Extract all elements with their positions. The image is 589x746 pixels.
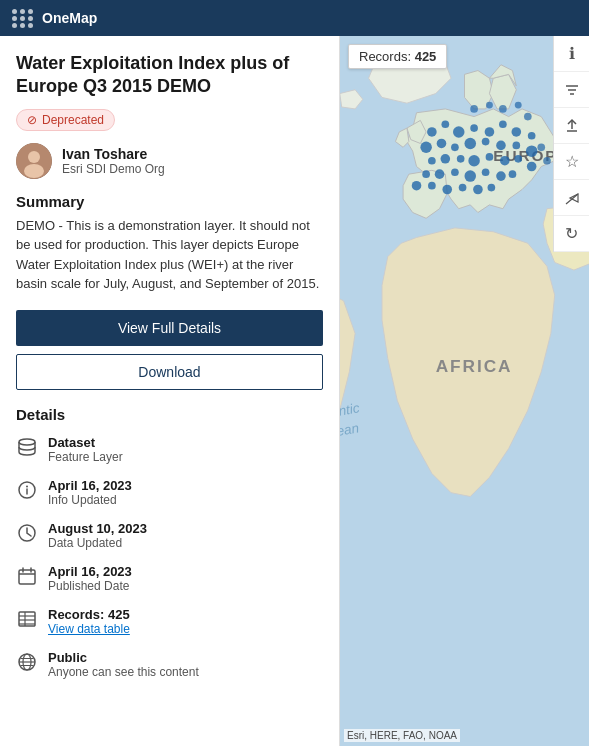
- detail-value-published: Published Date: [48, 579, 132, 593]
- filter-toolbar-button[interactable]: [554, 72, 590, 108]
- info-toolbar-button[interactable]: ℹ: [554, 36, 590, 72]
- author-row: Ivan Toshare Esri SDI Demo Org: [16, 143, 323, 179]
- svg-point-76: [537, 143, 545, 151]
- detail-label-dataset: Dataset: [48, 435, 123, 450]
- detail-row-data-updated: August 10, 2023 Data Updated: [16, 521, 323, 550]
- detail-value-dataset: Feature Layer: [48, 450, 123, 464]
- svg-point-40: [512, 127, 522, 137]
- svg-point-74: [515, 102, 522, 109]
- detail-label-info-date: April 16, 2023: [48, 478, 132, 493]
- svg-point-52: [457, 155, 465, 163]
- detail-row-dataset: Dataset Feature Layer: [16, 435, 323, 464]
- table-icon: [16, 608, 38, 630]
- details-heading: Details: [16, 406, 323, 423]
- star-toolbar-button[interactable]: ☆: [554, 144, 590, 180]
- svg-point-69: [473, 185, 483, 195]
- records-badge: Records: 425: [348, 44, 447, 69]
- author-org: Esri SDI Demo Org: [62, 162, 165, 176]
- svg-point-42: [420, 142, 432, 154]
- author-name: Ivan Toshare: [62, 146, 165, 162]
- clock-icon: [16, 522, 38, 544]
- view-full-details-button[interactable]: View Full Details: [16, 310, 323, 346]
- left-panel: Water Exploitation Index plus of Europe …: [0, 36, 340, 746]
- svg-point-62: [482, 168, 490, 176]
- svg-point-72: [486, 102, 493, 109]
- detail-content-dataset: Dataset Feature Layer: [48, 435, 123, 464]
- detail-value-public: Anyone can see this content: [48, 665, 199, 679]
- detail-value-data-updated: Data Updated: [48, 536, 147, 550]
- detail-label-public: Public: [48, 650, 199, 665]
- svg-point-41: [528, 132, 536, 140]
- map-attribution: Esri, HERE, FAO, NOAA: [344, 729, 460, 742]
- globe-icon: [16, 651, 38, 673]
- detail-content-data-updated: August 10, 2023 Data Updated: [48, 521, 147, 550]
- svg-point-66: [428, 182, 436, 190]
- svg-point-6: [26, 485, 28, 487]
- avatar-image: [16, 143, 52, 179]
- map-panel: Records: 425 ℹ ☆: [340, 36, 589, 746]
- svg-point-56: [514, 155, 522, 163]
- svg-point-1: [28, 151, 40, 163]
- svg-point-2: [24, 164, 44, 178]
- records-badge-value: 425: [415, 49, 437, 64]
- svg-point-64: [509, 170, 517, 178]
- svg-point-58: [422, 170, 430, 178]
- svg-point-45: [465, 138, 477, 150]
- svg-text:AFRICA: AFRICA: [436, 356, 513, 376]
- svg-point-71: [470, 105, 478, 113]
- info-circle-icon: [16, 479, 38, 501]
- svg-point-46: [482, 138, 490, 146]
- svg-point-59: [435, 169, 445, 179]
- item-title: Water Exploitation Index plus of Europe …: [16, 52, 323, 99]
- svg-point-49: [526, 145, 538, 157]
- svg-point-63: [496, 171, 506, 181]
- detail-row-published: April 16, 2023 Published Date: [16, 564, 323, 593]
- detail-content-public: Public Anyone can see this content: [48, 650, 199, 679]
- svg-point-73: [499, 105, 507, 113]
- svg-point-55: [500, 156, 510, 166]
- svg-point-57: [527, 162, 537, 172]
- view-data-table-link[interactable]: View data table: [48, 622, 130, 636]
- detail-content-published: April 16, 2023 Published Date: [48, 564, 132, 593]
- summary-heading: Summary: [16, 193, 323, 210]
- svg-point-54: [486, 153, 494, 161]
- svg-point-70: [488, 184, 496, 192]
- detail-row-public: Public Anyone can see this content: [16, 650, 323, 679]
- svg-point-37: [470, 124, 478, 132]
- svg-point-39: [499, 120, 507, 128]
- database-icon: [16, 436, 38, 458]
- svg-point-47: [496, 141, 506, 151]
- avatar: [16, 143, 52, 179]
- svg-point-75: [524, 113, 532, 121]
- download-button[interactable]: Download: [16, 354, 323, 390]
- detail-row-records: Records: 425 View data table: [16, 607, 323, 636]
- svg-point-34: [427, 127, 437, 137]
- detail-value-info-updated: Info Updated: [48, 493, 132, 507]
- records-badge-label: Records:: [359, 49, 411, 64]
- svg-point-3: [19, 439, 35, 445]
- map-toolbar: ℹ ☆: [553, 36, 589, 252]
- svg-point-51: [441, 154, 451, 164]
- svg-point-67: [442, 185, 452, 195]
- detail-content-info-updated: April 16, 2023 Info Updated: [48, 478, 132, 507]
- upload-toolbar-button[interactable]: [554, 108, 590, 144]
- svg-point-50: [428, 157, 436, 165]
- refresh-toolbar-button[interactable]: ↻: [554, 216, 590, 252]
- svg-point-43: [437, 139, 447, 149]
- share-toolbar-button[interactable]: [554, 180, 590, 216]
- svg-point-36: [453, 126, 465, 138]
- world-map: Atlantic Ocean EUROPE AFRICA SOUTH AMERI…: [340, 36, 589, 746]
- summary-text: DEMO - This is a demonstration layer. It…: [16, 216, 323, 294]
- svg-rect-8: [19, 570, 35, 584]
- svg-point-48: [512, 142, 520, 150]
- deprecated-badge: Deprecated: [16, 109, 115, 131]
- detail-label-records: Records: 425: [48, 607, 130, 622]
- svg-point-60: [451, 168, 459, 176]
- app-header: OneMap: [0, 0, 589, 36]
- svg-point-44: [451, 143, 459, 151]
- app-logo-dots: [12, 9, 34, 28]
- details-section: Details Dataset Feature Layer: [16, 406, 323, 679]
- svg-point-53: [468, 155, 480, 167]
- author-info: Ivan Toshare Esri SDI Demo Org: [62, 146, 165, 176]
- svg-point-77: [543, 157, 551, 165]
